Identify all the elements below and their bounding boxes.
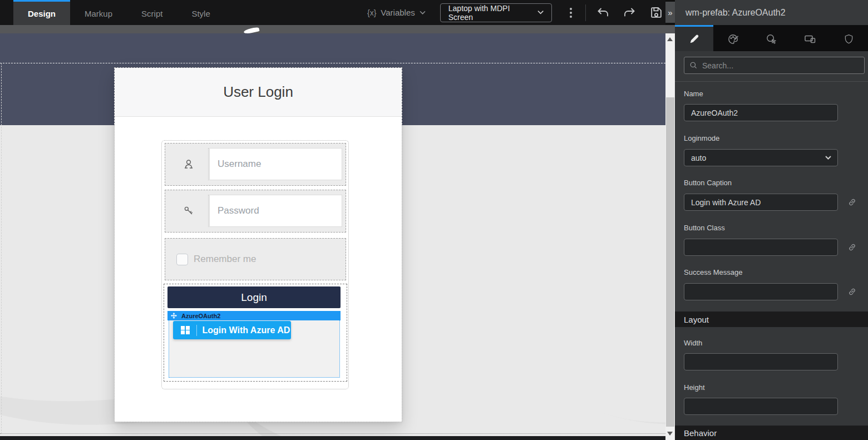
loginmode-label: Loginmode [684,134,719,142]
password-row[interactable] [165,190,346,233]
name-label: Name [684,90,703,98]
windows-logo-icon [181,326,190,335]
tab-markup-label: Markup [85,9,112,18]
bind-button-caption[interactable] [845,195,859,209]
chevron-down-icon [537,10,544,15]
section-behavior[interactable]: Behavior [675,426,868,440]
shield-icon [843,33,855,45]
link-icon [847,243,857,252]
container-outline-bottom [0,433,665,434]
tab-styles[interactable] [713,25,752,51]
more-options-icon[interactable] [564,4,578,21]
width-input[interactable] [684,353,838,370]
scrollbar-cap [665,25,675,33]
link-icon [847,197,857,207]
tab-style-label: Style [191,9,210,18]
top-toolbar: Design Markup Script Style {x} Variables… [0,0,665,25]
scroll-down-arrow[interactable] [667,432,673,436]
username-icon-box [169,148,209,180]
section-behavior-label: Behavior [684,428,717,438]
pencil-icon [688,33,700,45]
scroll-up-arrow[interactable] [667,37,673,41]
bind-success-message[interactable] [845,284,859,299]
username-row[interactable] [165,143,346,186]
save-icon [649,6,663,19]
remember-me-checkbox[interactable] [176,254,188,265]
remember-me-row[interactable]: Remember me [165,238,346,280]
panel-header: wm-prefab: AzureOAuth2 [675,0,868,25]
undo-button[interactable] [594,3,613,23]
button-separator [196,325,197,336]
container-outline-top [0,63,665,63]
design-canvas[interactable]: User Login [0,25,665,440]
mode-tabs: Design Markup Script Style [13,0,225,25]
canvas-scrollbar[interactable] [665,33,675,440]
page-title: User Login [223,83,293,101]
azure-login-label: Login With Azure AD [203,325,290,335]
move-icon [171,313,177,319]
save-button[interactable] [647,3,665,23]
redo-button[interactable] [620,3,639,23]
user-icon [182,157,195,171]
property-search[interactable] [684,57,865,74]
panel-expand-button[interactable]: » [665,2,675,23]
loginmode-value: auto [691,154,706,162]
panel-tabs [675,25,868,51]
button-class-label: Button Class [684,224,725,232]
search-input[interactable] [702,61,859,70]
tab-design-label: Design [28,9,56,18]
bind-button-class[interactable] [845,240,859,254]
tab-style[interactable]: Style [177,0,224,25]
redo-icon [623,6,636,19]
buttons-section: Login AzureOAuth2 Login With Azure AD [164,284,347,382]
key-icon [183,205,195,217]
page-bottom-strip [0,436,665,440]
section-layout[interactable]: Layout [675,312,868,327]
palette-icon [727,33,739,46]
tab-design[interactable]: Design [13,0,70,25]
loginmode-select[interactable]: auto [684,149,838,166]
button-caption-label: Button Caption [684,179,732,187]
height-input[interactable] [684,398,838,415]
tab-properties[interactable] [675,25,713,51]
double-chevron-icon: » [668,8,672,17]
button-class-input[interactable] [684,239,838,256]
container-outline-left [1,63,2,434]
tab-devices[interactable] [791,25,829,51]
toolbar-divider [585,4,586,21]
chevron-down-icon [420,11,426,15]
login-button[interactable]: Login [167,286,341,308]
username-input[interactable] [209,148,342,180]
variables-dropdown[interactable]: {x} Variables [367,8,426,17]
tab-markup[interactable]: Markup [70,0,127,25]
prefab-selection-bar[interactable]: AzureOAuth2 [167,311,341,320]
tab-selectors[interactable] [752,25,791,51]
success-message-input[interactable] [684,283,838,300]
properties-panel: » wm-prefab: AzureOAuth2 [675,0,868,440]
section-layout-label: Layout [684,315,709,324]
inspect-cursor-icon [765,33,778,46]
toolbar-right-group: {x} Variables Laptop with MDPI Screen [367,0,665,25]
azure-login-button[interactable]: Login With Azure AD [173,321,291,339]
password-input[interactable] [209,195,342,227]
remember-me-label: Remember me [194,254,256,265]
page-top-strip [0,25,665,33]
login-card[interactable]: User Login [115,68,402,422]
screen-size-selector[interactable]: Laptop with MDPI Screen [440,3,552,22]
login-form-container[interactable]: Remember me Login AzureOAuth2 [161,140,349,389]
scrollbar-thumb[interactable] [666,97,674,427]
prefab-tag-label: AzureOAuth2 [181,313,220,319]
button-caption-input[interactable] [684,194,838,211]
search-icon [689,61,698,70]
undo-icon [596,6,610,19]
variables-label: Variables [381,8,415,17]
name-input[interactable] [684,104,838,121]
tab-script[interactable]: Script [127,0,177,25]
width-label: Width [684,339,702,347]
tab-script-label: Script [141,9,162,18]
login-card-header[interactable]: User Login [115,68,402,117]
link-icon [847,287,857,296]
height-label: Height [684,383,705,392]
tab-security[interactable] [830,25,868,51]
screen-size-value: Laptop with MDPI Screen [448,4,531,22]
